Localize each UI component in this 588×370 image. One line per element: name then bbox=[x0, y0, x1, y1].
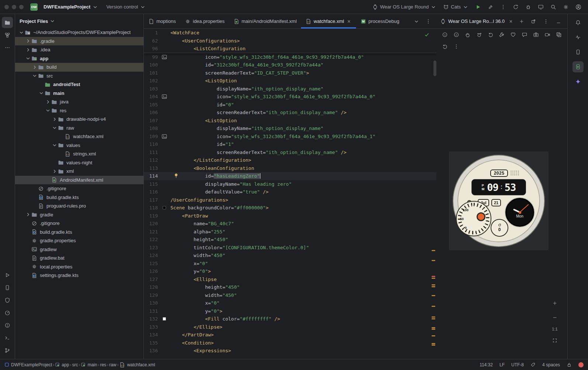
run-icon[interactable] bbox=[2, 270, 13, 281]
error-stripe-mark[interactable] bbox=[432, 318, 435, 319]
intention-bulb-icon[interactable] bbox=[173, 173, 179, 178]
code-line-117[interactable]: 117/UserConfigurations> bbox=[144, 196, 436, 204]
chevron-right-icon[interactable] bbox=[51, 116, 58, 122]
chevron-down-icon[interactable] bbox=[38, 90, 44, 96]
tree-item-gradle[interactable]: gradle bbox=[15, 210, 143, 219]
problems-icon[interactable] bbox=[2, 320, 13, 331]
search-icon[interactable] bbox=[548, 2, 558, 12]
chevron-right-icon[interactable] bbox=[25, 38, 31, 44]
project-panel-header[interactable]: Project Files bbox=[15, 14, 143, 28]
code-line-112[interactable]: 112 </ListConfiguration> bbox=[144, 156, 436, 164]
build-icon[interactable] bbox=[485, 2, 496, 12]
terminal-icon[interactable] bbox=[2, 332, 13, 343]
tree-item-drawable-nodpi-v4[interactable]: drawable-nodpi-v4 bbox=[15, 115, 143, 124]
chevron-right-icon[interactable] bbox=[25, 212, 31, 217]
code-line-62[interactable]: 62 <UserConfigurations> bbox=[144, 37, 436, 45]
code-line-107[interactable]: 107 <ListOption bbox=[144, 117, 436, 125]
error-stripe-mark[interactable] bbox=[432, 343, 435, 344]
code-line-110[interactable]: 110 id="1" bbox=[144, 140, 436, 148]
device-selector[interactable]: Wear OS Large Round bbox=[370, 3, 439, 11]
profiler-icon[interactable] bbox=[2, 307, 13, 318]
code-line-111[interactable]: 111 screenReaderText="ith_option_display… bbox=[144, 148, 436, 157]
code-line-96[interactable]: 96 <ListConfiguration bbox=[144, 45, 436, 53]
more-vertical-icon[interactable] bbox=[498, 2, 508, 12]
chevron-right-icon[interactable] bbox=[31, 64, 38, 70]
breadcrumb-raw[interactable]: raw bbox=[109, 362, 116, 367]
error-stripe-mark[interactable] bbox=[432, 250, 435, 251]
avatar-icon[interactable] bbox=[573, 2, 584, 12]
error-stripe-mark[interactable] bbox=[432, 335, 435, 336]
tree-item-gradlew[interactable]: gradlew bbox=[15, 245, 143, 254]
window-controls[interactable] bbox=[4, 5, 24, 9]
zoom-fit-button[interactable] bbox=[550, 335, 560, 346]
version-control-menu[interactable]: Version control bbox=[104, 3, 148, 11]
code-line-132[interactable]: 132 <Fill color="#ffffffff" /> bbox=[144, 315, 436, 323]
caret-position[interactable]: 114:32 bbox=[480, 362, 493, 367]
error-stripe-mark[interactable] bbox=[432, 276, 435, 277]
minimize-window-button[interactable] bbox=[12, 5, 16, 9]
code-line-134[interactable]: 134 </PartDraw> bbox=[144, 331, 436, 339]
run-configuration-selector[interactable]: Cats bbox=[441, 3, 471, 11]
tab-options-icon[interactable] bbox=[423, 16, 433, 27]
code-line-115[interactable]: 115 displayName="Has leading zero" bbox=[144, 180, 436, 188]
code-line-129[interactable]: 129 width="450" bbox=[144, 291, 436, 299]
code-line-133[interactable]: 133 </Ellipse> bbox=[144, 323, 436, 331]
chevron-down-icon[interactable] bbox=[25, 55, 31, 61]
code-line-99[interactable]: 99 icon="style_wfs_312c30bf_f64a_461e_9c… bbox=[144, 53, 436, 61]
code-line-122[interactable]: 122 height="450" bbox=[144, 236, 436, 244]
image-gutter-icon[interactable] bbox=[160, 53, 168, 61]
tree-item-gradlew-bat[interactable]: gradlew.bat bbox=[15, 254, 143, 263]
error-stripe-mark[interactable] bbox=[432, 284, 435, 285]
code-line-113[interactable]: 113 <BooleanConfiguration bbox=[144, 164, 436, 172]
tree-item-local-properties[interactable]: local.properties bbox=[15, 263, 143, 271]
rotate-left-icon[interactable] bbox=[441, 42, 449, 51]
tree-item-strings-xml[interactable]: </>strings.xml bbox=[15, 150, 143, 158]
error-indicator[interactable] bbox=[578, 362, 584, 367]
notifications-icon[interactable] bbox=[573, 17, 584, 28]
code-line-116[interactable]: 116 defaultValue="true" /> bbox=[144, 188, 436, 196]
code-line-128[interactable]: 128 height="450" bbox=[144, 283, 436, 291]
structure-icon[interactable] bbox=[2, 30, 13, 41]
swatch-black-gutter-icon[interactable] bbox=[160, 204, 168, 212]
breadcrumb-dwfexampleproject[interactable]: DWFExampleProject bbox=[4, 362, 52, 367]
error-stripe-mark[interactable] bbox=[432, 286, 435, 287]
tree-item-build[interactable]: build bbox=[15, 63, 143, 72]
gemini-icon[interactable] bbox=[573, 76, 584, 87]
settings-icon[interactable] bbox=[561, 2, 571, 12]
video-icon[interactable] bbox=[543, 31, 551, 39]
tree-item-settings-gradle-kts[interactable]: settings.gradle.kts bbox=[15, 271, 143, 280]
code-line-101[interactable]: 101 screenReaderText="ID_CAT_STEP_OVER"> bbox=[144, 69, 436, 77]
code-line-114[interactable]: 114 id="hasLeadingZero" bbox=[144, 172, 436, 180]
error-stripe-mark[interactable] bbox=[432, 316, 435, 318]
heart-icon[interactable] bbox=[509, 31, 517, 39]
more-horizontal-icon[interactable] bbox=[2, 42, 13, 53]
code-line-119[interactable]: 119 <PartDraw bbox=[144, 212, 436, 220]
code-line-1[interactable]: 1<WatchFace bbox=[144, 29, 436, 37]
error-stripe-mark[interactable] bbox=[432, 329, 435, 330]
line-separator[interactable]: LF bbox=[499, 362, 505, 367]
running-devices-icon[interactable] bbox=[573, 61, 584, 72]
version-control-icon[interactable] bbox=[2, 345, 13, 356]
project-folder-icon[interactable] bbox=[2, 17, 13, 28]
tree-item-androidstudioprojects-dwfexampleproject[interactable]: ~/AndroidStudioProjects/DWFExampleProjec… bbox=[15, 28, 143, 37]
breadcrumb-main[interactable]: main bbox=[81, 362, 97, 367]
inspections-ok-icon[interactable] bbox=[424, 32, 430, 38]
tree-item-main[interactable]: main bbox=[15, 89, 143, 98]
image-gutter-icon[interactable] bbox=[160, 133, 168, 141]
snapshot-icon[interactable] bbox=[555, 31, 563, 39]
close-device-tab-icon[interactable] bbox=[507, 16, 515, 27]
zoom-out-button[interactable] bbox=[550, 312, 560, 323]
add-device-button[interactable] bbox=[518, 16, 526, 27]
button-two-icon[interactable]: 2 bbox=[452, 31, 460, 39]
hide-panel-icon[interactable] bbox=[553, 16, 564, 27]
chevron-right-icon[interactable] bbox=[25, 47, 31, 53]
error-stripe-mark[interactable] bbox=[432, 345, 435, 346]
tree-item-xml[interactable]: xml bbox=[15, 167, 143, 176]
chevron-right-icon[interactable] bbox=[45, 99, 51, 105]
tree-item-java[interactable]: java bbox=[15, 97, 143, 106]
lock-icon[interactable] bbox=[567, 362, 572, 367]
hidden-tabs-icon[interactable] bbox=[411, 16, 422, 27]
code-line-105[interactable]: 105 id="0" bbox=[144, 101, 436, 109]
tab-moptions[interactable]: moptions bbox=[144, 14, 180, 28]
tree-item-gradle-properties[interactable]: gradle.properties bbox=[15, 236, 143, 245]
